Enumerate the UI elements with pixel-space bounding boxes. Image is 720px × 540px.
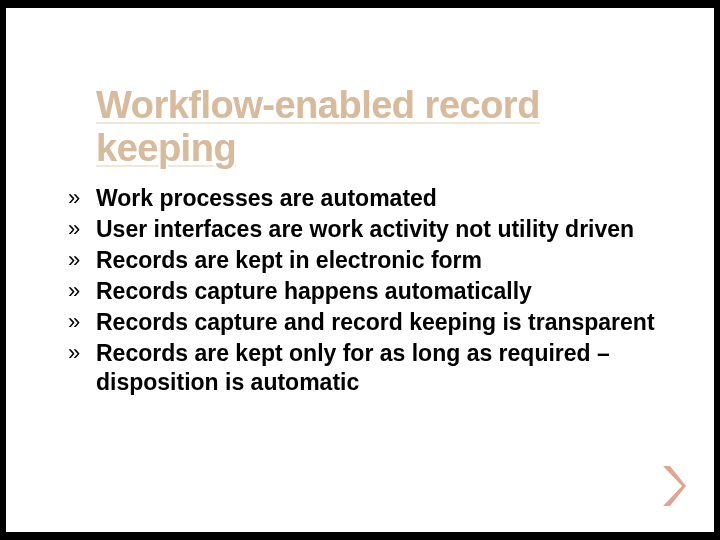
bullet-marker: » [68, 215, 80, 243]
slide-content: Workflow-enabled record keeping Workflow… [6, 8, 714, 397]
bullet-marker: » [68, 246, 80, 274]
list-item: » Records capture happens automatically [68, 277, 664, 306]
title-overlay: Workflow-enabled record keeping [96, 84, 664, 170]
list-item: » Work processes are automated [68, 184, 664, 213]
bullet-list: » Work processes are automated » User in… [56, 184, 664, 397]
slide-title: Workflow-enabled record keeping Workflow… [96, 84, 664, 170]
bullet-text: Work processes are automated [96, 185, 437, 211]
bullet-marker: » [68, 184, 80, 212]
bullet-text: Records are kept in electronic form [96, 247, 482, 273]
bullet-marker: » [68, 339, 80, 367]
bullet-text: Records capture and record keeping is tr… [96, 309, 655, 335]
chevron-right-icon [660, 464, 688, 508]
list-item: » Records capture and record keeping is … [68, 308, 664, 337]
bullet-text: Records are kept only for as long as req… [96, 340, 610, 395]
bullet-marker: » [68, 308, 80, 336]
list-item: » Records are kept in electronic form [68, 246, 664, 275]
bullet-text: User interfaces are work activity not ut… [96, 216, 634, 242]
bullet-text: Records capture happens automatically [96, 278, 532, 304]
bullet-marker: » [68, 277, 80, 305]
slide: Workflow-enabled record keeping Workflow… [6, 8, 714, 532]
list-item: » User interfaces are work activity not … [68, 215, 664, 244]
list-item: » Records are kept only for as long as r… [68, 339, 664, 397]
